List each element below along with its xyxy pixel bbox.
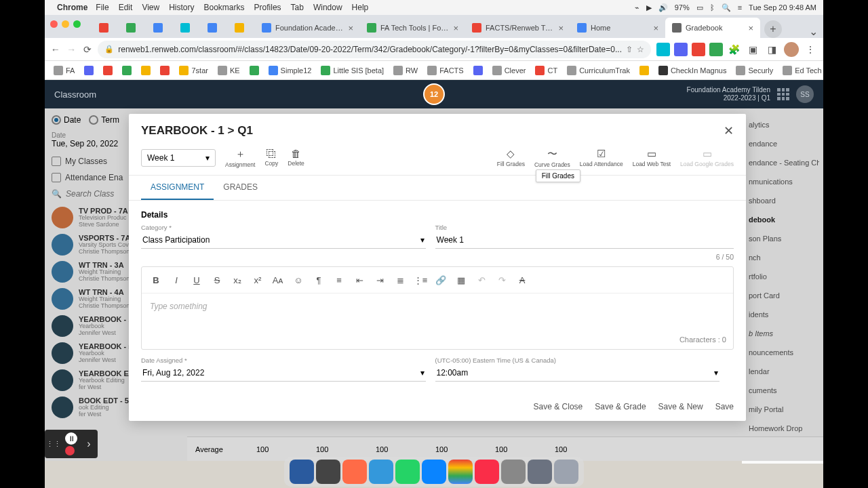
close-window[interactable] (50, 20, 58, 28)
title-input[interactable]: Week 1 (435, 232, 734, 249)
volume-icon[interactable]: 🔊 (658, 3, 668, 12)
ext-2[interactable] (674, 43, 688, 56)
menu-view[interactable]: View (142, 3, 159, 12)
rec-stop[interactable] (65, 446, 75, 455)
apps-grid-icon[interactable] (777, 88, 789, 100)
save-close-button[interactable]: Save & Close (534, 402, 583, 411)
subscript-button[interactable]: x₂ (229, 271, 246, 289)
profile-avatar[interactable] (784, 42, 799, 57)
dock-zoom[interactable] (369, 460, 393, 484)
tab-grades[interactable]: GRADES (214, 176, 267, 200)
bold-button[interactable]: B (147, 271, 165, 289)
delete-button[interactable]: 🗑Delete (288, 148, 304, 168)
emoji-button[interactable]: ☺ (290, 271, 307, 289)
bm-13[interactable] (470, 64, 486, 77)
screen-recorder[interactable]: ⋮⋮ ⏸ › (45, 430, 98, 458)
star-icon[interactable]: ☆ (637, 45, 644, 54)
time-input[interactable]: 12:00am▾ (435, 365, 720, 382)
extensions-icon[interactable]: 🧩 (727, 42, 742, 57)
tab-assignment[interactable]: ASSIGNMENT (141, 176, 214, 200)
bm-simple12[interactable]: Simple12 (265, 64, 315, 77)
superscript-button[interactable]: x² (249, 271, 267, 289)
load-attendance-button[interactable]: ☑Load Attendance (580, 148, 623, 168)
menu-tab[interactable]: Tab (291, 3, 304, 12)
tab-0f[interactable] (228, 18, 255, 38)
share-icon[interactable]: ⇧ (626, 45, 633, 54)
bm-17[interactable] (636, 64, 652, 77)
align-button[interactable]: ≡ (330, 271, 348, 289)
tabs-dropdown[interactable]: ⌄ (809, 25, 818, 38)
bm-edtech[interactable]: Ed Tech (779, 64, 823, 77)
forward-button[interactable]: → (66, 42, 76, 57)
dock-messages[interactable] (395, 460, 420, 484)
bm-ke[interactable]: KE (214, 64, 243, 77)
bm-1[interactable] (81, 64, 97, 77)
fill-grades-button[interactable]: ◇Fill Grades (497, 148, 525, 168)
ordered-list-button[interactable]: ≣ (391, 271, 409, 289)
menu-app-name[interactable]: Chrome (57, 3, 87, 12)
dock-finder[interactable] (290, 460, 314, 484)
bm-rw[interactable]: RW (390, 64, 421, 77)
bm-facts[interactable]: FACTS (424, 64, 467, 77)
clear-format-button[interactable]: A (513, 271, 531, 289)
tab-fatech[interactable]: FA Tech Tools | Found× (360, 18, 465, 38)
menu-history[interactable]: History (169, 3, 194, 12)
outdent-button[interactable]: ⇥ (371, 271, 389, 289)
ext-1[interactable] (656, 43, 670, 56)
menu-edit[interactable]: Edit (119, 3, 133, 12)
tab-home[interactable]: Home× (570, 18, 665, 38)
bluetooth-icon[interactable]: ᛒ (710, 3, 715, 12)
tab-facts[interactable]: FACTS/Renweb Trainin× (465, 18, 570, 38)
search-icon[interactable]: 🔍 (722, 3, 731, 12)
minimize-window[interactable] (62, 20, 69, 28)
redo-button[interactable]: ↷ (493, 271, 511, 289)
bm-8[interactable] (246, 64, 262, 77)
paragraph-button[interactable]: ¶ (310, 271, 328, 289)
back-button[interactable]: ← (50, 42, 60, 57)
dock-app2[interactable] (501, 460, 526, 484)
bm-4[interactable] (138, 64, 154, 77)
menu-file[interactable]: File (96, 3, 108, 12)
reload-button[interactable]: ⟳ (82, 42, 92, 57)
bm-checkin[interactable]: CheckIn Magnus (655, 64, 730, 77)
save-button[interactable]: Save (715, 402, 734, 411)
battery-icon[interactable]: ▭ (696, 3, 703, 12)
control-center-icon[interactable]: ≡ (738, 3, 742, 12)
new-tab-button[interactable]: + (764, 20, 782, 38)
ext-3[interactable] (692, 43, 705, 56)
menu-help[interactable]: Help (352, 3, 369, 12)
load-google-grades-button[interactable]: ▭Load Google Grades (680, 148, 734, 168)
bm-ct[interactable]: CT (532, 64, 561, 77)
load-web-test-button[interactable]: ▭Load Web Test (633, 148, 671, 168)
clock[interactable]: Tue Sep 20 9:48 AM (749, 3, 816, 12)
sidepanel-icon[interactable]: ◨ (765, 42, 780, 57)
tab-foundation[interactable]: Foundation Academy× (255, 18, 360, 38)
menu-bookmarks[interactable]: Bookmarks (204, 3, 245, 12)
address-bar[interactable]: 🔒 renweb1.renweb.com/classroom/#/class/1… (98, 41, 651, 58)
tab-0[interactable] (92, 18, 119, 38)
unordered-list-button[interactable]: ⋮≡ (412, 271, 429, 289)
chrome-menu[interactable]: ⋮ (803, 42, 818, 57)
bm-7star[interactable]: 7star (176, 64, 211, 77)
add-assignment-button[interactable]: ＋Assignment (225, 148, 255, 168)
dock-settings[interactable] (316, 460, 340, 484)
dock-app[interactable] (342, 460, 367, 484)
copy-button[interactable]: ⿻Copy (264, 148, 278, 168)
undo-button[interactable]: ↶ (473, 271, 490, 289)
indent-button[interactable]: ⇤ (351, 271, 368, 289)
dock-music[interactable] (475, 460, 499, 484)
close-icon[interactable]: × (558, 23, 564, 33)
curve-grades-button[interactable]: 〜Curve Grades (534, 148, 570, 168)
close-icon[interactable]: ✕ (724, 123, 734, 138)
bm-securly[interactable]: Securly (732, 64, 776, 77)
bm-clever[interactable]: Clever (489, 64, 530, 77)
week-select[interactable]: Week 1▾ (141, 149, 216, 167)
ext-4[interactable] (709, 43, 723, 56)
tab-0d[interactable] (174, 18, 201, 38)
bm-littlesis[interactable]: Little SIS [beta] (317, 64, 387, 77)
category-select[interactable]: Class Participation▾ (141, 232, 426, 249)
notification-badge[interactable]: 12 (423, 83, 445, 105)
cast-icon[interactable]: ▣ (746, 42, 761, 57)
dock-safari[interactable] (422, 460, 446, 484)
tab-0e[interactable] (201, 18, 228, 38)
